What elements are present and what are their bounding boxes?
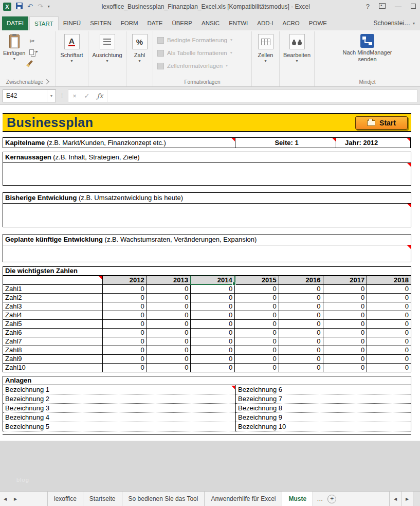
ribbon-tab-überp[interactable]: ÜBERP [167, 16, 197, 30]
value-cell[interactable]: 0 [103, 363, 147, 372]
ribbon-tab-seiten[interactable]: SEITEN [85, 16, 116, 30]
value-cell[interactable]: 0 [103, 302, 147, 311]
value-cell[interactable]: 0 [235, 346, 279, 354]
ribbon-tab-form[interactable]: FORM [116, 16, 143, 30]
scrollbar-thumb[interactable] [413, 492, 420, 506]
copy-button[interactable]: ▾ [29, 48, 38, 56]
row-label-cell[interactable]: Zahl7 [3, 337, 103, 346]
anlagen-item[interactable]: Bezeichnung 4 [3, 413, 235, 422]
value-cell[interactable]: 0 [147, 337, 191, 346]
value-cell[interactable]: 0 [367, 284, 411, 293]
value-cell[interactable]: 0 [235, 293, 279, 302]
value-cell[interactable]: 0 [103, 328, 147, 337]
zahlen-title-cell[interactable]: Die wichtigsten Zahlen [3, 266, 411, 276]
ribbon-tab-date[interactable]: DATE [143, 16, 168, 30]
section-title-cell[interactable]: Bisherige Entwicklung (z.B. Umsatzentwic… [3, 193, 411, 204]
value-cell[interactable]: 0 [323, 346, 367, 354]
row-label-cell[interactable]: Zahl9 [3, 354, 103, 363]
seite-cell[interactable]: Seite: 1 [235, 137, 336, 148]
ribbon-tab-start[interactable]: START [29, 16, 59, 30]
anlagen-item[interactable]: Bezeichnung 7 [236, 394, 411, 404]
help-icon[interactable]: ? [366, 3, 370, 10]
value-cell[interactable]: 0 [367, 346, 411, 354]
value-cell[interactable]: 0 [147, 311, 191, 319]
sheet-tab-startseite[interactable]: Startseite [83, 492, 122, 506]
value-cell[interactable]: 0 [323, 363, 367, 372]
more-sheets-indicator[interactable]: … [313, 492, 326, 506]
ribbon-tab-add-i[interactable]: ADD-I [252, 16, 278, 30]
value-cell[interactable]: 0 [147, 302, 191, 311]
row-label-cell[interactable]: Zahl3 [3, 302, 103, 311]
value-cell[interactable]: 0 [191, 284, 235, 293]
value-cell[interactable]: 0 [323, 354, 367, 363]
jahr-cell[interactable]: Jahr: 2012 [336, 137, 411, 148]
font-group-button[interactable]: A Schriftart ▾ [56, 31, 88, 86]
value-cell[interactable]: 0 [323, 302, 367, 311]
scroll-right-icon[interactable]: ▶ [401, 492, 413, 506]
section-input-area[interactable] [3, 163, 411, 185]
alignment-group-button[interactable]: Ausrichtung ▾ [88, 31, 126, 86]
ribbon-tab-datei[interactable]: DATEI [2, 16, 28, 30]
dialog-launcher-icon[interactable] [44, 79, 49, 84]
anlagen-item[interactable]: Bezeichnung 10 [236, 422, 411, 431]
value-cell[interactable]: 0 [367, 328, 411, 337]
value-cell[interactable]: 0 [191, 302, 235, 311]
paste-button[interactable]: Einfügen ▾ [3, 33, 25, 77]
minimize-icon[interactable]: — [395, 3, 401, 10]
value-cell[interactable]: 0 [279, 302, 323, 311]
value-cell[interactable]: 0 [147, 328, 191, 337]
value-cell[interactable]: 0 [279, 363, 323, 372]
cells-group-button[interactable]: Zellen ▾ [252, 31, 280, 86]
ribbon-tab-einfü[interactable]: EINFÜ [59, 16, 86, 30]
sheet-tab-anwenderhilfe-für-excel[interactable]: Anwenderhilfe für Excel [205, 492, 282, 506]
ribbon-tab-acro[interactable]: ACRO [278, 16, 304, 30]
value-cell[interactable]: 0 [147, 319, 191, 328]
section-title-cell[interactable]: Geplante künftige Entwicklung (z.B. Wach… [3, 234, 411, 245]
anlagen-item[interactable]: Bezeichnung 3 [3, 404, 235, 413]
value-cell[interactable]: 0 [191, 328, 235, 337]
year-header-2017[interactable]: 2017 [323, 276, 367, 284]
value-cell[interactable]: 0 [191, 337, 235, 346]
value-cell[interactable]: 0 [279, 311, 323, 319]
value-cell[interactable]: 0 [235, 311, 279, 319]
value-cell[interactable]: 0 [191, 319, 235, 328]
save-icon[interactable] [16, 3, 23, 10]
value-cell[interactable]: 0 [279, 354, 323, 363]
value-cell[interactable]: 0 [191, 311, 235, 319]
anlagen-item[interactable]: Bezeichnung 8 [236, 404, 411, 413]
maximize-icon[interactable] [411, 3, 416, 10]
row-label-cell[interactable]: Zahl5 [3, 319, 103, 328]
ribbon-tab-entwi[interactable]: ENTWI [224, 16, 252, 30]
value-cell[interactable]: 0 [147, 354, 191, 363]
sheet-nav-right-icon[interactable]: ▶ [10, 492, 21, 506]
value-cell[interactable]: 0 [191, 346, 235, 354]
value-cell[interactable]: 0 [323, 293, 367, 302]
value-cell[interactable]: 0 [147, 284, 191, 293]
sheet-nav-left-icon[interactable]: ◀ [0, 492, 10, 506]
value-cell[interactable]: 0 [147, 363, 191, 372]
send-to-mindmanager-button[interactable]: Nach MindManager senden [338, 34, 397, 63]
value-cell[interactable]: 0 [235, 354, 279, 363]
value-cell[interactable]: 0 [103, 337, 147, 346]
value-cell[interactable]: 0 [279, 293, 323, 302]
anlagen-item[interactable]: Bezeichnung 6 [236, 385, 411, 394]
section-input-area[interactable] [3, 245, 411, 262]
value-cell[interactable]: 0 [323, 311, 367, 319]
sheet-tab-so-bedienen-sie-das-tool[interactable]: So bedienen Sie das Tool [122, 492, 205, 506]
value-cell[interactable]: 0 [235, 302, 279, 311]
year-header-2012[interactable]: 2012 [103, 276, 147, 284]
zahlen-corner-cell[interactable] [3, 276, 103, 284]
year-header-2018[interactable]: 2018 [367, 276, 411, 284]
value-cell[interactable]: 0 [103, 354, 147, 363]
value-cell[interactable]: 0 [147, 346, 191, 354]
value-cell[interactable]: 0 [235, 337, 279, 346]
account-menu[interactable]: Schoenstei… ▾ [374, 20, 418, 30]
chevron-down-icon[interactable]: ▾ [47, 90, 56, 102]
value-cell[interactable]: 0 [323, 319, 367, 328]
value-cell[interactable]: 0 [279, 284, 323, 293]
value-cell[interactable]: 0 [279, 346, 323, 354]
anlagen-item[interactable]: Bezeichnung 5 [3, 422, 235, 431]
value-cell[interactable]: 0 [103, 293, 147, 302]
formula-input[interactable] [107, 90, 417, 102]
sheet-tab-muster[interactable]: Muste [282, 492, 313, 506]
